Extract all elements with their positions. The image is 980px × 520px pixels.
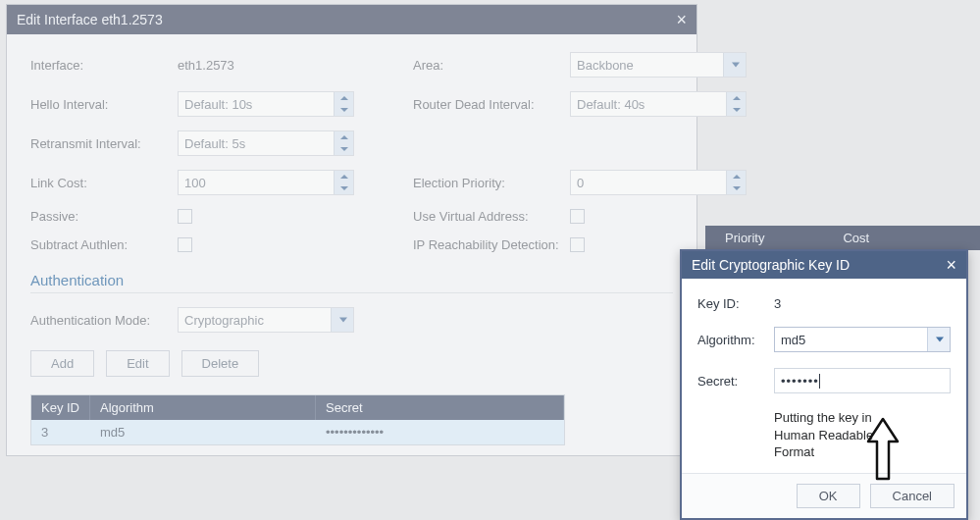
passive-checkbox[interactable] xyxy=(178,209,192,224)
link-cost-label: Link Cost: xyxy=(30,176,178,190)
crypto-keys-table: Key ID Algorithm Secret 3 md5 ••••••••••… xyxy=(30,394,565,445)
router-dead-interval-input[interactable]: Default: 40s xyxy=(570,91,747,117)
stepper-down-icon[interactable] xyxy=(727,104,746,116)
subtract-authlen-label: Subtract Authlen: xyxy=(30,237,178,252)
auth-mode-select[interactable]: Cryptographic xyxy=(178,307,354,333)
ok-button[interactable]: OK xyxy=(797,484,860,508)
table-row[interactable]: 3 md5 ••••••••••••• xyxy=(31,420,564,444)
ip-reachability-checkbox[interactable] xyxy=(570,237,585,252)
retransmit-interval-placeholder: Default: 5s xyxy=(184,136,245,151)
stepper-down-icon[interactable] xyxy=(335,143,353,155)
use-virtual-address-checkbox[interactable] xyxy=(570,209,585,224)
stepper-up-icon[interactable] xyxy=(727,171,746,182)
chevron-down-icon xyxy=(339,318,347,323)
edit-button[interactable]: Edit xyxy=(106,350,169,377)
link-cost-input[interactable]: 100 xyxy=(178,170,354,195)
area-label: Area: xyxy=(413,58,570,73)
stepper-up-icon[interactable] xyxy=(727,92,746,104)
hello-interval-label: Hello Interval: xyxy=(30,97,178,112)
edit-crypto-key-title: Edit Cryptographic Key ID xyxy=(692,257,850,273)
col-cost-header: Cost xyxy=(843,231,869,245)
algorithm-select[interactable]: md5 xyxy=(774,327,951,352)
authentication-section-title: Authentication xyxy=(30,272,673,293)
col-secret-header[interactable]: Secret xyxy=(316,395,564,420)
hello-interval-input[interactable]: Default: 10s xyxy=(178,91,354,117)
close-icon[interactable]: × xyxy=(946,255,956,276)
text-cursor-icon xyxy=(819,374,820,389)
chevron-down-icon xyxy=(936,338,944,342)
stepper-down-icon[interactable] xyxy=(335,182,353,194)
cancel-button[interactable]: Cancel xyxy=(870,484,954,508)
auth-mode-label: Authentication Mode: xyxy=(30,313,178,328)
stepper-down-icon[interactable] xyxy=(727,182,746,194)
retransmit-interval-input[interactable]: Default: 5s xyxy=(178,130,354,156)
secret-label: Secret: xyxy=(697,374,774,389)
annotation-text: Putting the key in Human Readable Format xyxy=(774,409,902,461)
interface-label: Interface: xyxy=(30,58,178,73)
retransmit-interval-label: Retransmit Interval: xyxy=(30,136,178,151)
cell-secret: ••••••••••••• xyxy=(316,420,564,444)
algorithm-label: Algorithm: xyxy=(697,333,774,347)
col-algorithm-header[interactable]: Algorithm xyxy=(90,395,316,420)
edit-crypto-key-dialog: Edit Cryptographic Key ID × Key ID: 3 Al… xyxy=(680,249,968,520)
keyid-label: Key ID: xyxy=(697,296,774,311)
col-keyid-header[interactable]: Key ID xyxy=(31,395,90,420)
cell-algorithm: md5 xyxy=(90,420,316,444)
algorithm-value: md5 xyxy=(781,333,805,347)
keyid-value: 3 xyxy=(774,296,951,311)
election-priority-input[interactable]: 0 xyxy=(570,170,747,195)
election-priority-label: Election Priority: xyxy=(413,176,570,190)
stepper-up-icon[interactable] xyxy=(335,131,353,143)
use-virtual-address-label: Use Virtual Address: xyxy=(413,209,570,224)
edit-interface-title: Edit Interface eth1.2573 xyxy=(17,12,163,27)
edit-interface-dialog: Edit Interface eth1.2573 × Interface: et… xyxy=(6,4,697,456)
background-column-headers: Priority Cost xyxy=(705,226,980,250)
add-button[interactable]: Add xyxy=(30,350,94,377)
chevron-down-icon xyxy=(732,63,740,68)
link-cost-value: 100 xyxy=(184,176,206,190)
area-select[interactable]: Backbone xyxy=(570,52,747,78)
router-dead-interval-placeholder: Default: 40s xyxy=(577,97,645,112)
passive-label: Passive: xyxy=(30,209,178,224)
stepper-up-icon[interactable] xyxy=(335,92,353,104)
cell-keyid: 3 xyxy=(31,420,90,444)
edit-interface-titlebar[interactable]: Edit Interface eth1.2573 × xyxy=(7,5,696,34)
stepper-up-icon[interactable] xyxy=(335,171,353,182)
delete-button[interactable]: Delete xyxy=(181,350,260,377)
secret-value: ••••••• xyxy=(781,374,819,389)
hello-interval-placeholder: Default: 10s xyxy=(184,97,252,112)
subtract-authlen-checkbox[interactable] xyxy=(178,237,192,252)
stepper-down-icon[interactable] xyxy=(335,104,353,116)
auth-mode-value: Cryptographic xyxy=(184,313,264,328)
ip-reachability-label: IP Reachability Detection: xyxy=(413,237,570,252)
close-icon[interactable]: × xyxy=(676,10,687,30)
secret-input[interactable]: ••••••• xyxy=(774,368,951,393)
area-select-value: Backbone xyxy=(577,58,634,73)
election-priority-value: 0 xyxy=(577,176,584,190)
router-dead-interval-label: Router Dead Interval: xyxy=(413,97,570,112)
interface-value: eth1.2573 xyxy=(178,58,354,73)
edit-crypto-key-titlebar[interactable]: Edit Cryptographic Key ID × xyxy=(682,251,966,279)
